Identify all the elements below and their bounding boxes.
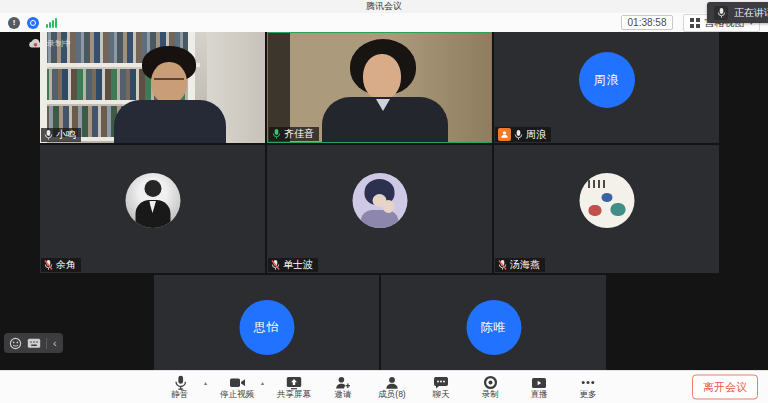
members-icon <box>384 375 400 390</box>
chat-label: 聊天 <box>433 390 450 399</box>
participant-name: 齐佳音 <box>284 128 314 140</box>
mic-options-caret[interactable] <box>204 379 207 386</box>
avatar <box>579 173 634 228</box>
members-button[interactable]: 成员(8) <box>372 375 412 399</box>
leave-meeting-button[interactable]: 离开会议 <box>692 375 758 400</box>
invite-person-icon <box>335 375 351 390</box>
participant-tile[interactable]: 余角 <box>40 145 265 273</box>
participant-name-label: 汤海燕 <box>495 258 545 272</box>
participant-name: 周浪 <box>526 129 546 141</box>
participant-tile[interactable]: 思怡 <box>154 275 379 370</box>
participant-name-label: 齐佳音 <box>269 127 319 141</box>
mic-speaking-icon <box>272 128 281 140</box>
recording-indicator: 录制中 <box>28 38 71 49</box>
more-button[interactable]: 更多 <box>568 375 608 399</box>
participant-tile[interactable]: 周浪 周浪 <box>494 32 719 143</box>
share-screen-icon <box>286 375 302 390</box>
participant-name: 汤海燕 <box>510 259 540 271</box>
avatar <box>125 173 180 228</box>
participant-tile[interactable]: 齐佳音 <box>267 32 492 143</box>
live-label: 直播 <box>531 390 548 399</box>
chat-button[interactable]: 聊天 <box>421 375 461 399</box>
avatar: 陈唯 <box>466 300 521 355</box>
chat-bubble-icon <box>433 375 449 390</box>
more-dots-icon <box>580 375 596 390</box>
mic-muted-icon <box>498 259 507 271</box>
quick-reaction-bar: ‹ <box>4 333 63 353</box>
window-titlebar: 腾讯会议 <box>0 0 768 13</box>
members-label: 成员(8) <box>378 390 405 399</box>
participant-name: 余角 <box>56 259 76 271</box>
record-label: 录制 <box>482 390 499 399</box>
invite-button[interactable]: 邀请 <box>323 375 363 399</box>
meeting-toolbar: 静音 停止视频 共享屏幕 邀请 成员(8) 聊天 录制 直播 更多 离开会议 <box>0 370 768 403</box>
divider <box>46 338 47 349</box>
meeting-timer: 01:38:58 <box>621 15 674 30</box>
collapse-chevron-icon[interactable]: ‹ <box>52 334 58 352</box>
video-options-caret[interactable] <box>261 379 264 386</box>
speaking-indicator-text: 正在讲话: 齐佳音 <box>734 6 768 20</box>
mic-muted-icon <box>271 259 280 271</box>
mic-on-icon <box>514 129 523 141</box>
mic-on-icon <box>44 129 53 141</box>
chat-keyboard-icon[interactable] <box>27 338 41 349</box>
participant-name: 单士波 <box>283 259 313 271</box>
avatar: 周浪 <box>579 52 635 108</box>
camera-icon <box>229 375 246 390</box>
more-label: 更多 <box>580 390 597 399</box>
participant-name-label: 周浪 <box>495 127 551 142</box>
stop-video-label: 停止视频 <box>220 390 254 399</box>
mic-muted-icon <box>44 259 53 271</box>
grid-view-icon <box>690 18 700 28</box>
meeting-info-icon[interactable] <box>8 17 20 29</box>
app-title: 腾讯会议 <box>366 0 402 13</box>
live-stream-button[interactable]: 直播 <box>519 375 559 399</box>
stop-video-button[interactable]: 停止视频 <box>217 375 257 399</box>
participant-name-label: 单士波 <box>268 258 318 272</box>
recording-indicator-label: 录制中 <box>47 38 71 49</box>
host-badge-icon <box>498 128 511 141</box>
share-screen-button[interactable]: 共享屏幕 <box>274 375 314 399</box>
mute-button[interactable]: 静音 <box>160 375 200 399</box>
meeting-header-bar: 01:38:58 宫格视图 <box>0 13 768 33</box>
avatar <box>352 173 407 228</box>
invite-label: 邀请 <box>335 390 352 399</box>
participant-name-label: 小鸣 <box>41 128 81 142</box>
participant-name-label: 余角 <box>41 258 81 272</box>
security-shield-icon[interactable] <box>27 17 39 29</box>
cloud-record-icon <box>28 38 43 49</box>
mute-label: 静音 <box>172 390 189 399</box>
speaking-indicator-toast: 正在讲话: 齐佳音 <box>707 2 768 23</box>
emoji-smiley-icon[interactable] <box>9 337 22 350</box>
participant-tile[interactable]: 陈唯 <box>381 275 606 370</box>
participant-tile[interactable]: 汤海燕 <box>494 145 719 273</box>
record-button[interactable]: 录制 <box>470 375 510 399</box>
mic-icon <box>714 6 728 20</box>
share-screen-label: 共享屏幕 <box>277 390 311 399</box>
mic-icon <box>174 375 187 390</box>
participant-name: 小鸣 <box>56 129 76 141</box>
video-grid: 录制中 小鸣 齐佳音 周浪 周浪 <box>0 32 768 370</box>
live-icon <box>531 375 547 390</box>
participant-tile[interactable]: 单士波 <box>267 145 492 273</box>
network-signal-icon[interactable] <box>46 17 57 28</box>
avatar: 思怡 <box>239 300 294 355</box>
participant-tile[interactable]: 小鸣 <box>40 32 265 143</box>
record-icon <box>483 375 498 390</box>
